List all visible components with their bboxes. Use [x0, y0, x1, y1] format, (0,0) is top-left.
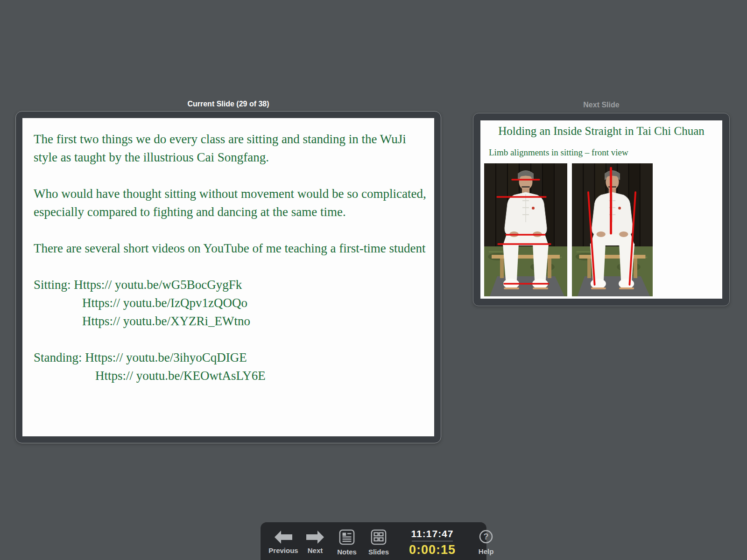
arrow-right-icon [306, 531, 324, 545]
previous-label: Previous [268, 546, 298, 554]
previous-button[interactable]: Previous [270, 531, 297, 554]
next-label-button-text: Next [308, 546, 323, 554]
slide-text-line: There are several short videos on YouTub… [34, 239, 430, 258]
help-button[interactable]: ? Help [472, 530, 500, 555]
slide-text-line: Https:// youtu.be/XYZRi_EWtno [82, 312, 430, 330]
slide-text-line: Sitting: Https:// youtu.be/wG5BocGygFk [34, 276, 430, 294]
slide-text-line: Standing: Https:// youtu.be/3ihyoCqDIGE [34, 349, 430, 367]
slide-text-line: The first two things we do every class a… [34, 130, 430, 167]
slides-button[interactable]: Slides [365, 529, 392, 556]
next-slide-label: Next Slide [473, 101, 730, 109]
photo-horizontal-alignments [484, 163, 567, 296]
next-slide-subtitle: Limb alignments in sitting – front view [489, 147, 628, 158]
elapsed-timer: 0:00:15 [409, 543, 456, 557]
slides-label: Slides [368, 548, 389, 556]
next-button[interactable]: Next [302, 531, 329, 554]
slides-grid-icon [371, 529, 387, 546]
current-slide-surface[interactable]: The first two things we do every class a… [22, 118, 434, 436]
next-slide-surface[interactable]: Holding an Inside Straight in Tai Chi Ch… [480, 120, 722, 299]
clock-divider-line [412, 541, 453, 541]
question-mark-circle-icon: ? [479, 530, 493, 546]
current-slide-panel[interactable]: The first two things we do every class a… [15, 111, 441, 443]
next-slide-title: Holding an Inside Straight in Tai Chi Ch… [497, 123, 706, 139]
slide-text-line: Https:// youtu.be/IzQpv1zQOQo [82, 294, 430, 312]
svg-text:?: ? [484, 532, 489, 541]
arrow-left-icon [275, 531, 292, 545]
notes-page-icon [339, 529, 355, 546]
photo-vertical-alignments [572, 163, 653, 296]
notes-label: Notes [337, 548, 357, 556]
next-slide-panel[interactable]: Holding an Inside Straight in Tai Chi Ch… [473, 113, 730, 306]
current-slide-text: The first two things we do every class a… [22, 118, 434, 385]
clock-time: 11:17:47 [409, 528, 456, 539]
help-label: Help [479, 547, 494, 555]
clock-block: 11:17:47 0:00:15 [409, 528, 456, 557]
current-slide-label: Current Slide (29 of 38) [15, 100, 441, 108]
slide-text-line: Https:// youtu.be/KEOwtAsLY6E [95, 367, 430, 385]
notes-button[interactable]: Notes [333, 529, 360, 556]
presenter-toolbar: Previous Next Notes [260, 522, 487, 560]
slide-text-line: Who would have thought sitting without m… [34, 185, 430, 221]
